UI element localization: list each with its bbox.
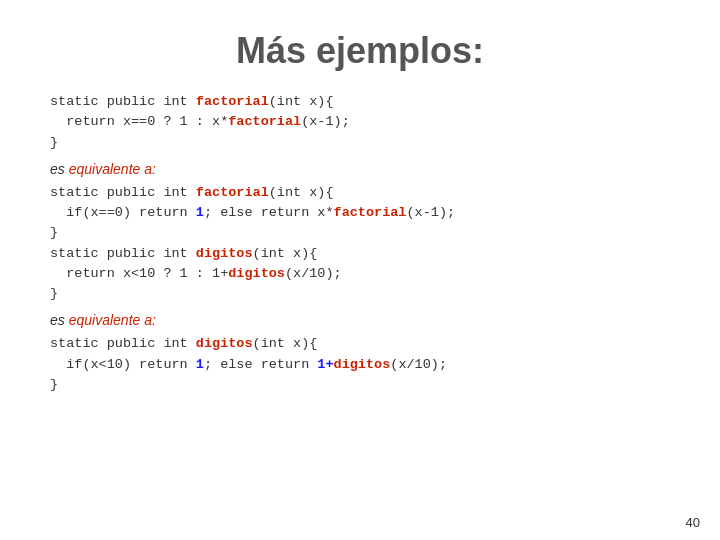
- code-block-3: static public int digitos(int x){ if(x<1…: [50, 334, 670, 395]
- code-line: if(x<10) return 1; else return 1+digitos…: [50, 355, 670, 375]
- equivalent-label-1: es equivalente a:: [50, 161, 670, 177]
- equivalent-label-2: es equivalente a:: [50, 312, 670, 328]
- slide-title: Más ejemplos:: [50, 30, 670, 72]
- code-line: if(x==0) return 1; else return x*factori…: [50, 203, 670, 223]
- code-line: }: [50, 375, 670, 395]
- code-line: static public int digitos(int x){: [50, 334, 670, 354]
- code-line: }: [50, 284, 670, 304]
- page-number: 40: [686, 515, 700, 530]
- code-line: return x<10 ? 1 : 1+digitos(x/10);: [50, 264, 670, 284]
- code-block-1: static public int factorial(int x){ retu…: [50, 92, 670, 153]
- code-line: }: [50, 223, 670, 243]
- code-line: }: [50, 133, 670, 153]
- code-line: static public int factorial(int x){: [50, 183, 670, 203]
- code-block-2: static public int factorial(int x){ if(x…: [50, 183, 670, 305]
- slide-container: Más ejemplos: static public int factoria…: [0, 0, 720, 540]
- code-line: static public int factorial(int x){: [50, 92, 670, 112]
- code-line: return x==0 ? 1 : x*factorial(x-1);: [50, 112, 670, 132]
- code-line: static public int digitos(int x){: [50, 244, 670, 264]
